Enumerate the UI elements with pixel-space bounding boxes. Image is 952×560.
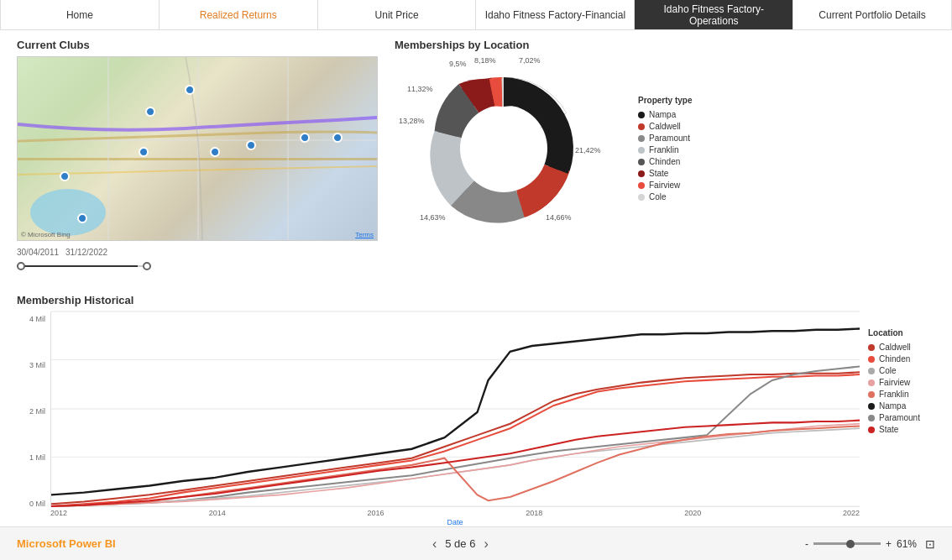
main-content: Current Clubs [0, 30, 952, 526]
zoom-thumb [846, 540, 855, 548]
legend-label-caldwell: Caldwell [649, 122, 681, 131]
y-1mil: 1 Mil [17, 453, 45, 462]
footer-zoom: - + 61% ⊡ [805, 537, 935, 551]
chart-dot-franklin [868, 391, 875, 398]
map-dot-6 [246, 140, 256, 150]
map-container[interactable]: © Microsoft Bing Terms [17, 56, 378, 241]
slider-thumb-left[interactable] [17, 262, 25, 270]
legend-label-chinden: Chinden [649, 157, 680, 166]
legend-title: Property type [638, 96, 692, 105]
nav-next-btn[interactable]: › [484, 536, 488, 552]
map-terms[interactable]: Terms [355, 231, 374, 238]
legend-label-cole: Cole [649, 192, 667, 201]
legend-dot-fairview [638, 182, 645, 189]
chart-legend-paramount: Paramount [868, 413, 935, 422]
donut-svg-container: 21,42% 14,66% 14,63% 13,28% 11,32% 9,5% … [395, 56, 613, 241]
x-axis-title: Date [50, 518, 860, 526]
map-background [18, 57, 377, 240]
legend-franklin: Franklin [638, 145, 692, 154]
tab-financial[interactable]: Idaho Fitness Factory-Financial [476, 0, 635, 29]
chart-container: 4 Mil 3 Mil 2 Mil 1 Mil 0 Mil [17, 311, 935, 526]
chart-dot-cole [868, 368, 875, 374]
zoom-plus[interactable]: + [886, 538, 892, 550]
chart-legend-state: State [868, 425, 935, 434]
fit-icon[interactable]: ⊡ [925, 537, 935, 551]
slider-fill [17, 265, 138, 267]
date-slider[interactable] [17, 260, 151, 272]
slider-line [17, 265, 151, 267]
map-dot-2 [139, 147, 149, 157]
page-info: 5 de 6 [445, 537, 475, 550]
chart-dot-state [868, 427, 875, 433]
tab-home[interactable]: Home [0, 0, 160, 29]
x-2012: 2012 [50, 509, 67, 517]
nav-prev-btn[interactable]: ‹ [432, 536, 437, 552]
tab-portfolio[interactable]: Current Portfolio Details [793, 0, 952, 29]
tab-realized[interactable]: Realized Returns [160, 0, 318, 29]
pct-paramount: 14,63% [420, 213, 446, 222]
chart-dot-fairview [868, 379, 875, 386]
y-axis: 4 Mil 3 Mil 2 Mil 1 Mil 0 Mil [17, 311, 50, 526]
donut-section: Memberships by Location [395, 39, 935, 290]
nav-tabs: Home Realized Returns Unit Price Idaho F… [0, 0, 952, 30]
chart-label-cole: Cole [879, 366, 897, 375]
footer: Microsoft Power BI ‹ 5 de 6 › - + 61% ⊡ [0, 526, 952, 560]
chart-dot-nampa [868, 403, 875, 410]
chart-label-fairview: Fairview [879, 378, 910, 387]
legend-caldwell: Caldwell [638, 122, 692, 131]
chart-label-chinden: Chinden [879, 354, 910, 364]
donut-chart-area: 21,42% 14,66% 14,63% 13,28% 11,32% 9,5% … [395, 56, 935, 241]
map-credit: © Microsoft Bing [21, 231, 71, 238]
chart-legend-title: Location [868, 328, 935, 338]
line-chart-svg [51, 311, 860, 506]
pct-fairview: 8,18% [474, 56, 496, 65]
donut-title: Memberships by Location [395, 39, 935, 51]
footer-brand[interactable]: Microsoft Power BI [17, 537, 116, 550]
map-dot-1 [60, 171, 70, 181]
y-0mil: 0 Mil [17, 500, 45, 508]
pct-state: 9,5% [449, 60, 467, 68]
pct-cole: 7,02% [519, 56, 541, 65]
chart-dot-caldwell [868, 344, 875, 351]
pct-caldwell: 14,66% [546, 213, 572, 222]
x-2016: 2016 [368, 509, 384, 517]
tab-operations[interactable]: Idaho Fitness Factory-Operations [635, 0, 793, 29]
tab-unit-price[interactable]: Unit Price [318, 0, 477, 29]
zoom-slider[interactable] [813, 542, 881, 545]
legend-label-paramount: Paramount [649, 133, 690, 143]
pct-franklin: 13,28% [399, 117, 425, 125]
slider-end-date: 31/12/2022 [65, 248, 107, 257]
chart-label-caldwell: Caldwell [879, 343, 911, 352]
bottom-section: Membership Historical 4 Mil 3 Mil 2 Mil … [0, 290, 952, 526]
chart-plot-area [50, 311, 860, 507]
donut-overlay: 21,42% 14,66% 14,63% 13,28% 11,32% 9,5% … [395, 56, 613, 241]
pct-chinden: 11,32% [407, 85, 433, 93]
map-dot-5 [210, 147, 220, 157]
top-section: Current Clubs [0, 30, 952, 290]
chart-svg-container: 2012 2014 2016 2018 2020 2022 Date [50, 311, 860, 526]
legend-label-state: State [649, 169, 668, 178]
chart-legend-cole: Cole [868, 366, 935, 375]
slider-thumb-right[interactable] [143, 262, 151, 270]
zoom-minus[interactable]: - [805, 538, 808, 550]
svg-point-0 [30, 189, 106, 236]
map-roads-svg [18, 57, 377, 240]
legend-dot-caldwell [638, 123, 645, 130]
slider-start-date: 30/04/2011 [17, 248, 59, 257]
chart-dot-chinden [868, 356, 875, 363]
legend-dot-chinden [638, 159, 645, 165]
map-dot-9 [77, 213, 87, 223]
slider-dates: 30/04/2011 31/12/2022 [17, 248, 378, 257]
chart-with-yaxis: 4 Mil 3 Mil 2 Mil 1 Mil 0 Mil [17, 311, 860, 526]
chart-legend-nampa: Nampa [868, 401, 935, 411]
chart-label-paramount: Paramount [879, 413, 920, 422]
chart-title: Membership Historical [17, 294, 935, 306]
map-section: Current Clubs [17, 39, 378, 290]
chart-label-nampa: Nampa [879, 401, 906, 411]
map-dot-7 [300, 133, 310, 143]
x-2018: 2018 [526, 509, 542, 517]
zoom-value: 61% [897, 538, 917, 550]
map-dot-8 [332, 133, 343, 143]
chart-legend: Location Caldwell Chinden Cole Fairview [868, 311, 935, 526]
x-axis-labels: 2012 2014 2016 2018 2020 2022 [50, 507, 860, 517]
